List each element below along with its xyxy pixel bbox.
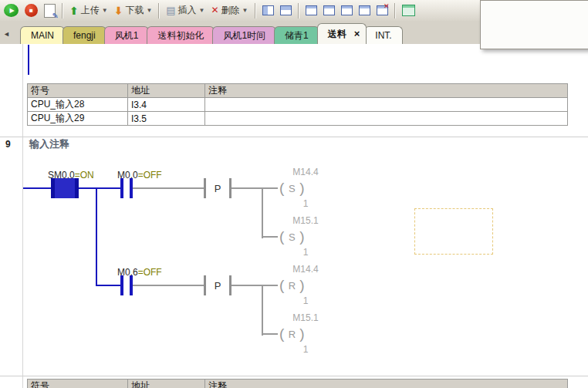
network-separator: [0, 376, 588, 376]
download-icon: ⬇: [114, 5, 123, 17]
wire: [133, 187, 204, 189]
comment-column-header[interactable]: 注释: [205, 380, 568, 388]
wire: [262, 187, 278, 189]
insert-dropdown-icon[interactable]: ▼: [199, 7, 205, 14]
comment-cell[interactable]: [205, 112, 568, 126]
wire: [262, 236, 278, 238]
coil-paren: ): [298, 326, 306, 342]
delete-label: 删除: [221, 4, 240, 17]
close-window-icon: [377, 5, 388, 15]
tab-songliao-chushihua[interactable]: 送料初始化: [147, 26, 215, 44]
tile-vertical-button[interactable]: [260, 5, 276, 16]
coil-paren: (: [278, 180, 286, 197]
ladder-editor-area: 符号 地址 注释 CPU_输入28 I3.4 CPU_输入29 I3.5 9 输…: [0, 44, 588, 388]
coil-operand: 1: [262, 246, 333, 258]
coil-function: S: [286, 231, 298, 243]
tab-int[interactable]: INT.: [364, 26, 402, 44]
contact-sm0.0[interactable]: [51, 178, 79, 198]
symbol-table-header-row: 符号 地址 注释: [28, 84, 568, 98]
symbol-column-header[interactable]: 符号: [28, 84, 128, 98]
upload-dropdown-icon[interactable]: ▼: [102, 7, 108, 14]
plc-editor-window: ▶ ■ ✎ ⬆ 上传 ▼ ⬇ 下载 ▼ ▤ 插入 ▼ ✕ 删除 ▼: [0, 0, 588, 388]
upload-icon: ⬆: [69, 5, 79, 17]
tile-horizontal-button[interactable]: [278, 5, 294, 16]
upload-button[interactable]: ⬆ 上传 ▼: [67, 3, 110, 18]
toolbar-separator: [394, 3, 396, 19]
coil-reset-m14.4[interactable]: M14.4 (R) 1: [262, 262, 333, 307]
tab-scroll-left-button[interactable]: ◄: [1, 27, 12, 41]
window-icon: [359, 5, 370, 15]
download-dropdown-icon[interactable]: ▼: [146, 7, 152, 14]
delete-icon: ✕: [211, 5, 219, 15]
toolbar-separator: [158, 3, 160, 19]
window-button-2[interactable]: [321, 5, 337, 16]
selection-box: [414, 208, 493, 255]
wire: [262, 285, 278, 286]
stop-button[interactable]: ■: [22, 3, 40, 18]
tab-songliao-active[interactable]: 送料×: [317, 23, 367, 44]
coil-address: M14.4: [262, 165, 333, 179]
coil-set-m15.1[interactable]: M15.1 (S) 1: [262, 214, 333, 258]
address-column-header[interactable]: 地址: [128, 84, 205, 98]
tab-fengji[interactable]: fengji: [63, 26, 106, 44]
coil-paren: ): [298, 277, 306, 294]
upload-label: 上传: [81, 4, 100, 17]
symbol-cell[interactable]: CPU_输入28: [28, 98, 128, 112]
symbol-cell[interactable]: CPU_输入29: [28, 112, 128, 126]
tab-fengji1-shijian[interactable]: 风机1时间: [212, 26, 276, 44]
compile-icon: ✎: [44, 4, 56, 18]
bottom-symbol-table: 符号 地址 注释: [27, 379, 568, 388]
insert-label: 插入: [178, 4, 197, 17]
network-number[interactable]: 9: [5, 139, 11, 150]
delete-dropdown-icon[interactable]: ▼: [242, 7, 248, 14]
window-icon: [323, 5, 335, 15]
comment-column-header[interactable]: 注释: [205, 84, 568, 98]
edge-letter: P: [215, 183, 221, 194]
contact-state: =OFF: [138, 267, 162, 278]
wire: [23, 187, 51, 189]
download-button[interactable]: ⬇ 下载 ▼: [112, 3, 155, 18]
tooltip-popup: [480, 0, 588, 49]
coil-operand: 1: [262, 343, 333, 356]
coil-paren: ): [298, 180, 306, 197]
network-separator: [0, 137, 588, 137]
tab-fengji1[interactable]: 风机1: [104, 26, 150, 44]
window-button-4[interactable]: [357, 5, 373, 16]
coil-address: M14.4: [262, 262, 333, 276]
positive-edge-contact[interactable]: P: [204, 178, 231, 198]
positive-edge-contact[interactable]: P: [204, 275, 231, 295]
address-cell[interactable]: I3.5: [128, 112, 205, 126]
coil-operand: 1: [262, 295, 333, 307]
status-view-button[interactable]: [400, 4, 417, 17]
address-column-header[interactable]: 地址: [128, 380, 205, 388]
coil-set-m14.4[interactable]: M14.4 (S) 1: [262, 165, 333, 210]
delete-button[interactable]: ✕ 删除 ▼: [209, 3, 251, 18]
window-button-1[interactable]: [303, 5, 319, 16]
symbol-column-header[interactable]: 符号: [28, 380, 128, 388]
address-cell[interactable]: I3.4: [128, 98, 205, 112]
tile-horizontal-icon: [280, 5, 292, 15]
compile-button[interactable]: ✎: [42, 3, 58, 19]
status-view-icon: [402, 5, 415, 16]
tab-close-icon[interactable]: ×: [354, 28, 360, 39]
comment-cell[interactable]: [205, 98, 568, 112]
close-window-button[interactable]: [374, 5, 390, 16]
symbol-table: 符号 地址 注释 CPU_输入28 I3.4 CPU_输入29 I3.5: [27, 83, 568, 126]
stop-icon: ■: [25, 4, 38, 17]
run-button[interactable]: ▶: [2, 3, 21, 18]
contact-m0.6[interactable]: [120, 275, 133, 295]
tab-main[interactable]: MAIN: [20, 26, 65, 44]
contact-state: =OFF: [138, 170, 162, 181]
contact-m0.0[interactable]: [120, 178, 133, 198]
wire: [79, 187, 120, 189]
tab-chuqing1[interactable]: 储青1: [274, 26, 319, 44]
coil-reset-m15.1[interactable]: M15.1 (R) 1: [262, 311, 333, 356]
tab-songliao-label: 送料: [328, 29, 346, 39]
gutter-divider: [22, 44, 23, 388]
insert-button[interactable]: ▤ 插入 ▼: [164, 3, 207, 18]
coil-paren: (: [278, 326, 286, 342]
window-button-3[interactable]: [339, 5, 355, 16]
window-icon: [341, 5, 353, 15]
symbol-table-header-row: 符号 地址 注释: [28, 380, 568, 388]
coil-paren: (: [278, 228, 286, 245]
